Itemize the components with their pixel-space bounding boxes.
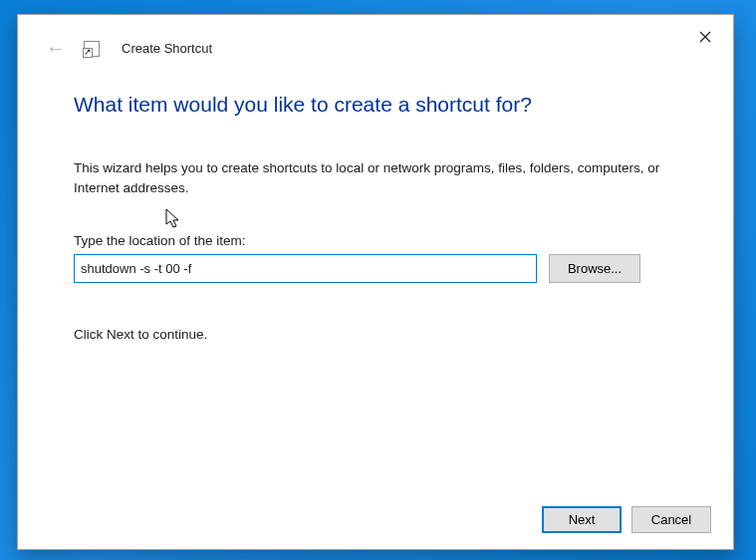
- continue-text: Click Next to continue.: [74, 327, 677, 342]
- shortcut-icon: [84, 41, 100, 57]
- next-button[interactable]: Next: [542, 506, 622, 533]
- location-input[interactable]: [74, 254, 537, 283]
- wizard-description: This wizard helps you to create shortcut…: [74, 158, 677, 197]
- content-area: What item would you like to create a sho…: [74, 93, 677, 342]
- dialog-footer: Next Cancel: [542, 506, 711, 533]
- header-row: ← Create Shortcut: [46, 37, 212, 60]
- create-shortcut-dialog: ← Create Shortcut What item would you li…: [17, 14, 734, 550]
- window-title: Create Shortcut: [122, 41, 212, 56]
- page-heading: What item would you like to create a sho…: [74, 93, 677, 117]
- close-button[interactable]: [683, 21, 727, 53]
- browse-button[interactable]: Browse...: [549, 254, 640, 283]
- location-label: Type the location of the item:: [74, 233, 677, 248]
- close-icon: [699, 31, 711, 43]
- cancel-button[interactable]: Cancel: [631, 506, 711, 533]
- back-arrow-icon: ←: [46, 37, 66, 60]
- input-row: Browse...: [74, 254, 677, 283]
